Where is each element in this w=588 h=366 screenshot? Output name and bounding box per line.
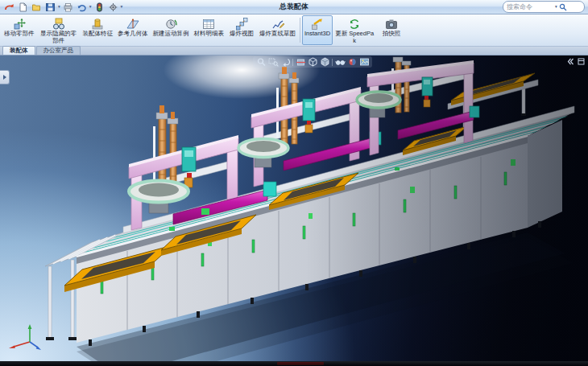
options-gear-icon[interactable]	[107, 2, 119, 12]
command-manager-ribbon: 移动零部件 显示隐藏的零部件 装配体特征 参考几何体 新建运动算例 材料明细表 …	[0, 14, 588, 47]
assembly-3d-model[interactable]	[0, 56, 588, 361]
heads-up-view-toolbar	[253, 56, 372, 68]
ribbon-button-bill-of-materials[interactable]: 材料明细表	[192, 15, 227, 45]
viewport-corner-controls	[565, 57, 586, 66]
station2-bowl-feeder	[238, 139, 288, 168]
ribbon-button-label: 材料明细表	[194, 31, 225, 38]
taskbar-item	[277, 362, 324, 365]
search-input[interactable]	[507, 2, 553, 11]
dropdown-arrow-icon[interactable]: ▾	[58, 2, 60, 12]
ribbon-button-explode-line-sketch[interactable]: 爆炸直线草图	[257, 15, 298, 45]
apply-scene-icon[interactable]	[358, 57, 370, 67]
solidworks-logo-icon[interactable]	[3, 2, 15, 12]
reference-geometry-icon	[126, 17, 139, 31]
ribbon-button-label: 装配体特征	[83, 31, 114, 38]
ribbon-button-exploded-view[interactable]: 爆炸视图	[226, 15, 257, 45]
exploded-view-icon	[235, 17, 248, 31]
ribbon-button-label: 爆炸直线草图	[259, 31, 296, 38]
undo-icon[interactable]	[76, 2, 88, 12]
dropdown-arrow-icon[interactable]: ▾	[89, 2, 92, 12]
display-style-icon[interactable]	[319, 57, 330, 67]
chevron-down-icon[interactable]: ▾	[555, 2, 557, 12]
new-document-icon[interactable]	[17, 2, 29, 12]
ribbon-button-label: Instant3D	[304, 31, 330, 38]
ribbon-separator	[300, 18, 300, 43]
taskbar-strip	[0, 361, 588, 366]
scene-shading	[306, 56, 588, 361]
ribbon-button-take-snapshot[interactable]: 拍快照	[376, 15, 407, 45]
rebuild-icon[interactable]	[93, 2, 106, 12]
view-orientation-icon[interactable]	[307, 57, 318, 67]
new-motion-study-icon	[164, 17, 177, 31]
assembly-features-icon	[91, 17, 104, 31]
command-search[interactable]: ▾	[503, 1, 585, 13]
section-view-icon[interactable]	[295, 57, 306, 67]
dropdown-arrow-icon[interactable]: ▾	[121, 2, 123, 12]
save-icon[interactable]	[44, 2, 56, 12]
explode-line-sketch-icon	[271, 17, 284, 31]
ribbon-button-move-component[interactable]: 移动零部件	[2, 15, 37, 45]
command-manager-tabs: 装配体 办公室产品	[0, 47, 588, 56]
zoom-area-icon[interactable]	[267, 57, 279, 67]
ribbon-button-label: 显示隐藏的零部件	[39, 31, 78, 44]
ribbon-button-label: 新建运动算例	[153, 31, 189, 38]
hud-separator	[292, 59, 293, 66]
collapse-pane-icon[interactable]	[565, 57, 574, 66]
update-speedpak-icon	[348, 17, 361, 31]
move-component-icon	[13, 17, 26, 31]
ribbon-button-label: 拍快照	[383, 31, 401, 38]
bill-of-materials-icon	[202, 17, 215, 31]
chevron-right-icon	[2, 74, 7, 80]
ribbon-button-label: 更新 SpeedPak	[335, 31, 374, 44]
instant3d-icon	[311, 17, 324, 31]
ribbon-button-new-motion-study[interactable]: 新建运动算例	[151, 15, 192, 45]
take-snapshot-icon	[385, 17, 398, 31]
show-hidden-components-icon	[52, 17, 65, 31]
ribbon-button-label: 参考几何体	[118, 31, 148, 38]
ribbon-button-assembly-features[interactable]: 装配体特征	[81, 15, 116, 45]
tab-assembly[interactable]: 装配体	[2, 46, 35, 55]
ribbon-button-reference-geometry[interactable]: 参考几何体	[115, 15, 151, 45]
previous-view-icon[interactable]	[280, 57, 291, 67]
tab-office-products[interactable]: 办公室产品	[36, 46, 81, 55]
station1-sensor-block	[201, 208, 209, 215]
ribbon-button-update-speedpak[interactable]: 更新 SpeedPak	[333, 15, 376, 45]
ribbon-button-label: 移动零部件	[4, 31, 35, 38]
ribbon-button-instant3d[interactable]: Instant3D	[302, 15, 333, 45]
graphics-viewport[interactable]	[0, 56, 588, 361]
zoom-fit-icon[interactable]	[255, 57, 267, 67]
search-icon[interactable]	[559, 0, 567, 14]
edit-appearance-icon[interactable]	[346, 57, 358, 67]
featuremanager-flyout-tab[interactable]	[0, 70, 10, 84]
open-icon[interactable]	[31, 2, 43, 12]
reference-triad	[4, 321, 43, 355]
ribbon-button-label: 爆炸视图	[230, 31, 254, 38]
quick-access-toolbar: ▾ ▾ ▾	[3, 2, 122, 12]
pane-options-icon[interactable]	[577, 57, 586, 66]
print-icon[interactable]	[62, 2, 74, 12]
title-bar: ▾ ▾ ▾ 总装配体 ▾	[0, 0, 588, 14]
ribbon-button-show-hidden-components[interactable]: 显示隐藏的零部件	[37, 15, 81, 45]
hud-separator	[332, 59, 333, 66]
solidworks-window: ▾ ▾ ▾ 总装配体 ▾ 移动零部件 显示隐藏的零部件 装配体特征	[0, 0, 588, 366]
hide-show-items-icon[interactable]	[334, 57, 346, 67]
